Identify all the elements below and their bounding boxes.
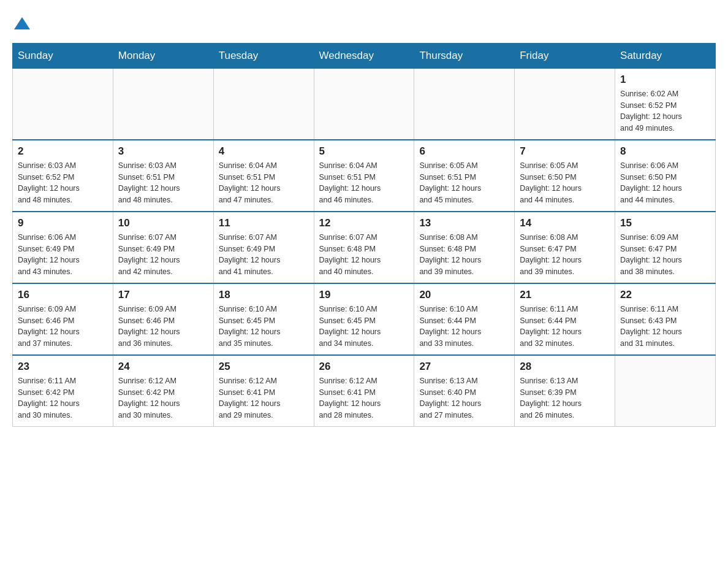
day-info: Sunrise: 6:12 AM Sunset: 6:41 PM Dayligh… <box>319 375 409 421</box>
day-number: 12 <box>319 217 409 229</box>
calendar-day-cell <box>314 68 414 140</box>
day-number: 9 <box>18 217 108 229</box>
calendar-day-cell: 21Sunrise: 6:11 AM Sunset: 6:44 PM Dayli… <box>515 283 615 355</box>
calendar-day-cell: 16Sunrise: 6:09 AM Sunset: 6:46 PM Dayli… <box>13 283 113 355</box>
day-info: Sunrise: 6:13 AM Sunset: 6:40 PM Dayligh… <box>419 375 509 421</box>
day-number: 24 <box>118 361 208 373</box>
day-number: 7 <box>520 145 610 158</box>
day-info: Sunrise: 6:09 AM Sunset: 6:47 PM Dayligh… <box>620 232 710 278</box>
day-info: Sunrise: 6:08 AM Sunset: 6:48 PM Dayligh… <box>419 232 509 278</box>
calendar-day-cell: 5Sunrise: 6:04 AM Sunset: 6:51 PM Daylig… <box>314 140 414 212</box>
day-number: 19 <box>319 289 409 301</box>
calendar-day-cell <box>615 355 716 427</box>
calendar-header-row: SundayMondayTuesdayWednesdayThursdayFrid… <box>13 43 716 68</box>
calendar-day-cell <box>113 68 213 140</box>
day-info: Sunrise: 6:10 AM Sunset: 6:45 PM Dayligh… <box>319 304 409 350</box>
calendar-day-cell: 25Sunrise: 6:12 AM Sunset: 6:41 PM Dayli… <box>213 355 314 427</box>
day-info: Sunrise: 6:05 AM Sunset: 6:50 PM Dayligh… <box>520 160 610 206</box>
calendar-week-row: 23Sunrise: 6:11 AM Sunset: 6:42 PM Dayli… <box>13 355 716 427</box>
day-info: Sunrise: 6:05 AM Sunset: 6:51 PM Dayligh… <box>419 160 509 206</box>
day-info: Sunrise: 6:07 AM Sunset: 6:48 PM Dayligh… <box>319 232 409 278</box>
day-number: 18 <box>219 289 309 301</box>
calendar-day-cell: 7Sunrise: 6:05 AM Sunset: 6:50 PM Daylig… <box>515 140 615 212</box>
day-number: 17 <box>118 289 208 301</box>
day-number: 4 <box>219 145 309 158</box>
day-info: Sunrise: 6:11 AM Sunset: 6:42 PM Dayligh… <box>18 375 108 421</box>
calendar-day-cell <box>13 68 113 140</box>
day-info: Sunrise: 6:08 AM Sunset: 6:47 PM Dayligh… <box>520 232 610 278</box>
calendar-day-cell: 12Sunrise: 6:07 AM Sunset: 6:48 PM Dayli… <box>314 212 414 283</box>
page-header <box>12 12 716 31</box>
calendar-week-row: 1Sunrise: 6:02 AM Sunset: 6:52 PM Daylig… <box>13 68 716 140</box>
calendar-day-cell: 9Sunrise: 6:06 AM Sunset: 6:49 PM Daylig… <box>13 212 113 283</box>
day-info: Sunrise: 6:12 AM Sunset: 6:42 PM Dayligh… <box>118 375 208 421</box>
calendar-table: SundayMondayTuesdayWednesdayThursdayFrid… <box>12 43 716 427</box>
day-info: Sunrise: 6:11 AM Sunset: 6:43 PM Dayligh… <box>620 304 710 350</box>
calendar-day-cell: 22Sunrise: 6:11 AM Sunset: 6:43 PM Dayli… <box>615 283 716 355</box>
day-info: Sunrise: 6:12 AM Sunset: 6:41 PM Dayligh… <box>219 375 309 421</box>
logo <box>12 12 30 31</box>
calendar-day-cell: 13Sunrise: 6:08 AM Sunset: 6:48 PM Dayli… <box>414 212 515 283</box>
day-number: 20 <box>419 289 509 301</box>
calendar-header-monday: Monday <box>113 43 213 68</box>
day-info: Sunrise: 6:04 AM Sunset: 6:51 PM Dayligh… <box>319 160 409 206</box>
day-number: 25 <box>219 361 309 373</box>
calendar-week-row: 2Sunrise: 6:03 AM Sunset: 6:52 PM Daylig… <box>13 140 716 212</box>
day-number: 13 <box>419 217 509 229</box>
day-number: 21 <box>520 289 610 301</box>
day-info: Sunrise: 6:07 AM Sunset: 6:49 PM Dayligh… <box>118 232 208 278</box>
calendar-day-cell: 4Sunrise: 6:04 AM Sunset: 6:51 PM Daylig… <box>213 140 314 212</box>
calendar-day-cell: 20Sunrise: 6:10 AM Sunset: 6:44 PM Dayli… <box>414 283 515 355</box>
calendar-day-cell: 3Sunrise: 6:03 AM Sunset: 6:51 PM Daylig… <box>113 140 213 212</box>
day-info: Sunrise: 6:10 AM Sunset: 6:44 PM Dayligh… <box>419 304 509 350</box>
calendar-day-cell: 2Sunrise: 6:03 AM Sunset: 6:52 PM Daylig… <box>13 140 113 212</box>
day-info: Sunrise: 6:03 AM Sunset: 6:51 PM Dayligh… <box>118 160 208 206</box>
calendar-day-cell: 23Sunrise: 6:11 AM Sunset: 6:42 PM Dayli… <box>13 355 113 427</box>
day-info: Sunrise: 6:09 AM Sunset: 6:46 PM Dayligh… <box>118 304 208 350</box>
day-number: 27 <box>419 361 509 373</box>
calendar-week-row: 9Sunrise: 6:06 AM Sunset: 6:49 PM Daylig… <box>13 212 716 283</box>
day-number: 14 <box>520 217 610 229</box>
day-info: Sunrise: 6:03 AM Sunset: 6:52 PM Dayligh… <box>18 160 108 206</box>
calendar-header-sunday: Sunday <box>13 43 113 68</box>
calendar-day-cell: 8Sunrise: 6:06 AM Sunset: 6:50 PM Daylig… <box>615 140 716 212</box>
day-number: 5 <box>319 145 409 158</box>
day-number: 10 <box>118 217 208 229</box>
calendar-day-cell: 14Sunrise: 6:08 AM Sunset: 6:47 PM Dayli… <box>515 212 615 283</box>
day-number: 6 <box>419 145 509 158</box>
calendar-day-cell: 27Sunrise: 6:13 AM Sunset: 6:40 PM Dayli… <box>414 355 515 427</box>
day-number: 16 <box>18 289 108 301</box>
calendar-day-cell: 11Sunrise: 6:07 AM Sunset: 6:49 PM Dayli… <box>213 212 314 283</box>
day-info: Sunrise: 6:06 AM Sunset: 6:49 PM Dayligh… <box>18 232 108 278</box>
day-info: Sunrise: 6:02 AM Sunset: 6:52 PM Dayligh… <box>620 88 710 134</box>
calendar-day-cell: 10Sunrise: 6:07 AM Sunset: 6:49 PM Dayli… <box>113 212 213 283</box>
day-number: 8 <box>620 145 710 158</box>
day-number: 22 <box>620 289 710 301</box>
day-info: Sunrise: 6:10 AM Sunset: 6:45 PM Dayligh… <box>219 304 309 350</box>
calendar-day-cell <box>515 68 615 140</box>
calendar-week-row: 16Sunrise: 6:09 AM Sunset: 6:46 PM Dayli… <box>13 283 716 355</box>
day-number: 11 <box>219 217 309 229</box>
calendar-day-cell: 26Sunrise: 6:12 AM Sunset: 6:41 PM Dayli… <box>314 355 414 427</box>
calendar-day-cell: 15Sunrise: 6:09 AM Sunset: 6:47 PM Dayli… <box>615 212 716 283</box>
day-number: 1 <box>620 74 710 86</box>
calendar-day-cell: 6Sunrise: 6:05 AM Sunset: 6:51 PM Daylig… <box>414 140 515 212</box>
day-number: 23 <box>18 361 108 373</box>
calendar-header-tuesday: Tuesday <box>213 43 314 68</box>
calendar-day-cell: 1Sunrise: 6:02 AM Sunset: 6:52 PM Daylig… <box>615 68 716 140</box>
calendar-day-cell <box>414 68 515 140</box>
calendar-day-cell: 19Sunrise: 6:10 AM Sunset: 6:45 PM Dayli… <box>314 283 414 355</box>
day-number: 2 <box>18 145 108 158</box>
day-number: 26 <box>319 361 409 373</box>
day-number: 15 <box>620 217 710 229</box>
day-number: 3 <box>118 145 208 158</box>
day-info: Sunrise: 6:07 AM Sunset: 6:49 PM Dayligh… <box>219 232 309 278</box>
calendar-day-cell: 24Sunrise: 6:12 AM Sunset: 6:42 PM Dayli… <box>113 355 213 427</box>
day-info: Sunrise: 6:09 AM Sunset: 6:46 PM Dayligh… <box>18 304 108 350</box>
day-info: Sunrise: 6:11 AM Sunset: 6:44 PM Dayligh… <box>520 304 610 350</box>
day-info: Sunrise: 6:06 AM Sunset: 6:50 PM Dayligh… <box>620 160 710 206</box>
calendar-day-cell: 28Sunrise: 6:13 AM Sunset: 6:39 PM Dayli… <box>515 355 615 427</box>
calendar-day-cell: 17Sunrise: 6:09 AM Sunset: 6:46 PM Dayli… <box>113 283 213 355</box>
logo-triangle-icon <box>14 17 30 29</box>
calendar-header-thursday: Thursday <box>414 43 515 68</box>
